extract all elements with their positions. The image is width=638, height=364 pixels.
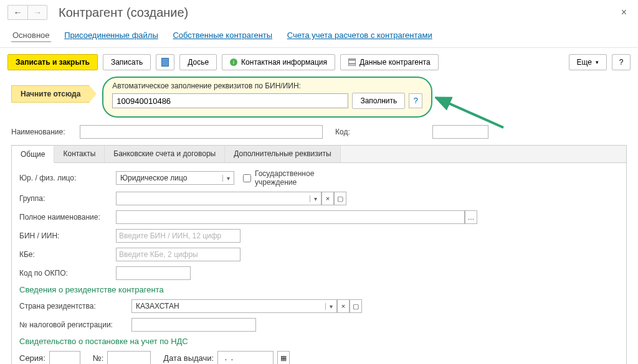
gov-label: Государственное учреждение: [255, 169, 340, 187]
calendar-icon: ▦: [280, 354, 287, 362]
help-icon[interactable]: ?: [409, 93, 422, 108]
help-button[interactable]: ?: [612, 54, 631, 70]
tab-bank[interactable]: Банковские счета и договоры: [105, 146, 225, 162]
fullname-input[interactable]: [116, 210, 465, 224]
info-icon: i: [230, 58, 237, 66]
autofill-panel: Автоматическое заполнение реквизитов по …: [102, 77, 432, 118]
date-label: Дата выдачи:: [163, 353, 214, 363]
okpo-label: Код по ОКПО:: [19, 269, 116, 278]
autofill-caption: Автоматическое заполнение реквизитов по …: [112, 82, 422, 90]
linktab-files[interactable]: Присоединенные файлы: [63, 28, 160, 42]
country-open-button[interactable]: ▢: [350, 299, 362, 313]
fullname-more-button[interactable]: …: [465, 210, 477, 224]
fill-button[interactable]: Заполнить: [352, 93, 405, 109]
code-label: Код:: [335, 128, 429, 136]
taxreg-input[interactable]: [131, 318, 256, 332]
group-select[interactable]: ▾: [116, 192, 321, 205]
date-input[interactable]: [217, 351, 274, 364]
calendar-button[interactable]: ▦: [277, 351, 290, 364]
save-and-close-button[interactable]: Записать и закрыть: [7, 54, 98, 70]
bin-input[interactable]: [116, 229, 240, 243]
legaltype-label: Юр. / физ. лицо:: [19, 174, 116, 182]
chevron-down-icon: ▾: [310, 195, 321, 202]
taxreg-label: № налоговой регистрации:: [19, 320, 131, 329]
num-input[interactable]: [107, 351, 151, 364]
group-open-button[interactable]: ▢: [334, 192, 346, 205]
okpo-input[interactable]: [116, 266, 191, 280]
country-label: Страна резидентства:: [19, 302, 131, 310]
save-button[interactable]: Записать: [103, 54, 151, 70]
nav-forward-button[interactable]: →: [27, 5, 47, 20]
section-vat-title: Свидетельство о постановке на учет по НД…: [19, 337, 619, 346]
nav-back-button[interactable]: ←: [7, 5, 27, 20]
series-input[interactable]: [49, 351, 80, 364]
general-panel: Юр. / физ. лицо: Юридическое лицо ▾ Госу…: [11, 162, 627, 364]
country-select[interactable]: КАЗАХСТАН ▾: [131, 299, 337, 313]
chevron-down-icon: ▾: [222, 175, 234, 182]
close-button[interactable]: ×: [617, 6, 631, 19]
tab-general[interactable]: Общие: [12, 146, 54, 163]
gov-checkbox[interactable]: [243, 174, 251, 182]
page-title: Контрагент (создание): [59, 6, 188, 20]
counterparty-data-button[interactable]: Данные контрагента: [340, 54, 439, 70]
bin-label: БИН / ИИН:: [19, 231, 116, 240]
table-icon: [348, 58, 356, 66]
group-label: Группа:: [19, 194, 116, 203]
dossier-button[interactable]: Досье: [179, 54, 217, 70]
doc-icon: [161, 58, 169, 67]
contact-info-button[interactable]: iКонтактная информация: [222, 54, 335, 70]
kbe-input[interactable]: [116, 248, 240, 261]
fullname-label: Полное наименование:: [19, 213, 116, 222]
doc-icon-button[interactable]: [156, 54, 174, 70]
country-clear-button[interactable]: ×: [337, 299, 350, 313]
num-label: №:: [93, 353, 104, 363]
group-clear-button[interactable]: ×: [321, 192, 334, 205]
linktab-accounts[interactable]: Счета учета расчетов с контрагентами: [286, 28, 434, 42]
section-residence-title: Сведения о резидентстве контрагента: [19, 285, 619, 294]
code-input[interactable]: [432, 125, 488, 139]
tab-contacts[interactable]: Контакты: [54, 146, 105, 162]
kbe-label: КБе:: [19, 250, 116, 259]
linktab-main[interactable]: Основное: [11, 28, 51, 42]
bin-iin-input[interactable]: [112, 93, 348, 108]
chevron-down-icon: ▾: [325, 303, 336, 310]
name-label: Наименование:: [11, 128, 80, 136]
arrow-right-icon: →: [33, 7, 42, 17]
more-button[interactable]: Еще ▾: [569, 54, 607, 70]
arrow-left-icon: ←: [14, 7, 22, 17]
tab-extra[interactable]: Дополнительные реквизиты: [225, 146, 340, 162]
name-input[interactable]: [80, 125, 323, 139]
series-label: Серия:: [19, 353, 45, 363]
start-here-label: Начните отсюда: [11, 85, 90, 103]
chevron-down-icon: ▾: [596, 59, 599, 65]
legaltype-select[interactable]: Юридическое лицо ▾: [116, 171, 234, 185]
linktab-own[interactable]: Собственные контрагенты: [171, 28, 274, 42]
